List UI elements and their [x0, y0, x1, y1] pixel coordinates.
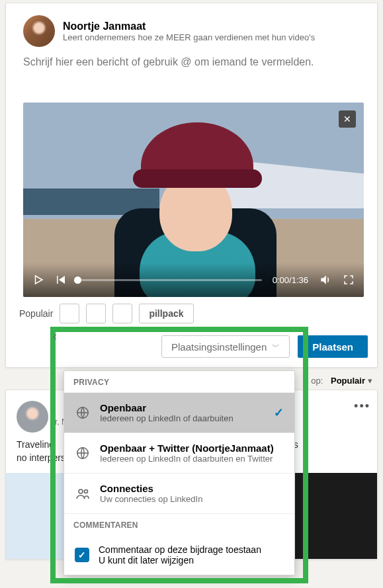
privacy-option-title: Openbaar [100, 402, 265, 413]
user-name: Noortje Janmaat [63, 21, 315, 32]
post-button[interactable]: Plaatsen [298, 335, 368, 358]
privacy-option-public[interactable]: Openbaar Iedereen op LinkedIn of daarbui… [64, 392, 294, 433]
allow-comments-title: Commentaar op deze bijdrage toestaan [99, 544, 261, 555]
svg-marker-2 [59, 276, 65, 284]
svg-marker-0 [36, 276, 43, 284]
compose-textarea[interactable]: Schrijf hier een bericht of gebruik @ om… [6, 52, 377, 103]
skip-back-icon[interactable] [55, 274, 67, 286]
svg-marker-1 [57, 276, 58, 284]
video-controls: 0:00/1:36 [23, 263, 364, 297]
video-attachment[interactable]: ✕ 0:00/1:36 [23, 103, 364, 297]
post-settings-label: Plaatsingsinstellingen [171, 341, 267, 353]
popover-section-privacy: PRIVACY [64, 371, 294, 392]
compose-placeholder: Schrijf hier een bericht of gebruik @ om… [23, 55, 364, 95]
user-lines: Noortje Janmaat Leert ondernemers hoe ze… [63, 21, 315, 42]
post-settings-popover: PRIVACY Openbaar Iedereen op LinkedIn of… [64, 370, 295, 575]
close-icon: ✕ [343, 114, 351, 124]
privacy-option-public-twitter[interactable]: Openbaar + Twitter (NoortjeJanmaat) Iede… [64, 433, 294, 473]
hashtag-suggestions: Populair pillpack [6, 304, 377, 323]
globe-icon [75, 405, 91, 421]
privacy-option-title: Openbaar + Twitter (NoortjeJanmaat) [100, 442, 284, 454]
sort-value: Populair [331, 376, 365, 386]
post-settings-button[interactable]: Plaatsingsinstellingen ﹀ [161, 335, 290, 358]
feed-text-frag: Traveling [17, 439, 54, 450]
people-icon [75, 485, 91, 501]
popover-section-comments: COMMENTAREN [64, 513, 294, 535]
privacy-option-sub: Uw connecties op LinkedIn [100, 494, 284, 504]
hashtag-chip[interactable] [112, 304, 132, 323]
globe-icon [75, 445, 91, 461]
privacy-option-connections[interactable]: Connecties Uw connecties op LinkedIn [64, 473, 294, 513]
hashtag-chip[interactable] [60, 304, 79, 323]
avatar[interactable] [23, 15, 55, 47]
privacy-option-sub: Iedereen op LinkedIn of daarbuiten en Tw… [100, 454, 284, 464]
hashtag-chip[interactable] [86, 304, 106, 323]
check-icon: ✓ [274, 405, 284, 420]
post-menu-icon[interactable]: ••• [354, 399, 370, 413]
feed-text-frag: no interpers [17, 452, 65, 463]
user-subtitle: Leert ondernemers hoe ze MEER gaan verdi… [63, 32, 315, 42]
checkbox-checked-icon[interactable]: ✓ [75, 548, 89, 562]
fullscreen-icon[interactable] [343, 274, 355, 286]
chevron-left-icon: ‹ [53, 329, 57, 343]
avatar[interactable] [17, 401, 48, 433]
svg-point-5 [79, 489, 83, 493]
remove-video-button[interactable]: ✕ [339, 110, 356, 128]
video-progress[interactable] [77, 279, 262, 281]
privacy-option-title: Connecties [100, 483, 284, 494]
composer-footer: Plaatsingsinstellingen ﹀ Plaatsen [6, 323, 377, 358]
allow-comments-toggle[interactable]: ✓ Commentaar op deze bijdrage toestaan U… [64, 535, 294, 575]
allow-comments-sub: U kunt dit later wijzigen [99, 555, 261, 566]
volume-icon[interactable] [319, 273, 332, 286]
svg-point-6 [85, 490, 88, 493]
post-composer: Noortje Janmaat Leert ondernemers hoe ze… [5, 3, 378, 368]
caret-down-icon: ▾ [368, 376, 372, 386]
play-icon[interactable] [32, 274, 44, 286]
hashtag-chip[interactable]: pillpack [139, 304, 193, 323]
chevron-down-icon: ﹀ [272, 341, 280, 353]
sort-prefix: n op: [304, 376, 323, 386]
video-time: 0:00/1:36 [273, 275, 308, 285]
privacy-option-sub: Iedereen op LinkedIn of daarbuiten [100, 413, 265, 423]
tag-prefix: Populair [19, 308, 53, 319]
composer-header: Noortje Janmaat Leert ondernemers hoe ze… [6, 3, 377, 52]
